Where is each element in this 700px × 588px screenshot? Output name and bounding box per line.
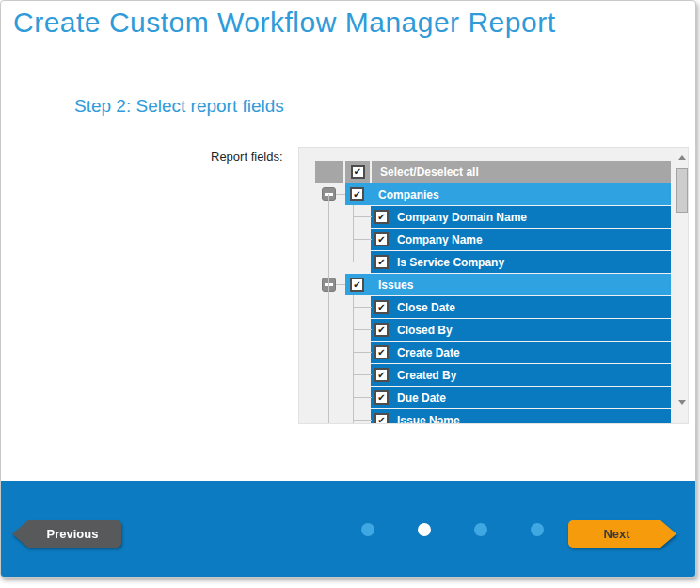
leaf-row-bar[interactable]: ✔Due Date xyxy=(371,387,671,408)
leaf-row-bar[interactable]: ✔Company Name xyxy=(371,229,671,250)
tree-connector-line xyxy=(336,284,345,285)
field-label: Company Domain Name xyxy=(397,211,527,224)
scrollbar[interactable] xyxy=(676,150,689,421)
step-dot[interactable] xyxy=(361,523,374,536)
field-checkbox[interactable]: ✔ xyxy=(374,300,389,314)
field-label: Due Date xyxy=(397,391,446,405)
scrollbar-up-icon[interactable] xyxy=(678,155,686,160)
field-checkbox[interactable]: ✔ xyxy=(374,345,389,359)
previous-button[interactable]: Previous xyxy=(12,520,121,548)
select-all-label: Select/Deselect all xyxy=(380,166,479,179)
field-label: Closed By xyxy=(397,324,453,337)
leaf-row-bar[interactable]: ✔Is Service Company xyxy=(371,251,671,273)
tree-connector-line xyxy=(353,239,372,240)
field-label: Company Name xyxy=(397,233,483,246)
report-fields-tree: ✔Select/Deselect all✔Companies✔Company D… xyxy=(298,147,689,424)
group-checkbox[interactable]: ✔ xyxy=(350,278,364,292)
next-button-wrap: Next xyxy=(568,520,676,548)
tree-connector-line xyxy=(353,352,372,353)
field-checkbox[interactable]: ✔ xyxy=(374,368,389,382)
field-label: Issue Name xyxy=(397,414,460,425)
previous-button-wrap: Previous xyxy=(12,520,121,548)
leaf-row-bar[interactable]: ✔Issue Name xyxy=(371,409,671,424)
step-dot[interactable] xyxy=(418,523,431,536)
previous-button-label: Previous xyxy=(47,527,99,541)
step-dot[interactable] xyxy=(474,523,487,536)
group-row-bar[interactable]: ✔Companies xyxy=(345,183,671,205)
tree-header-row: ✔Select/Deselect all xyxy=(299,161,671,183)
field-checkbox[interactable]: ✔ xyxy=(374,210,389,224)
tree-connector-line xyxy=(353,374,372,375)
field-label: Close Date xyxy=(397,301,455,314)
field-label: Created By xyxy=(397,369,456,382)
step-heading: Step 2: Select report fields xyxy=(74,96,284,117)
next-button[interactable]: Next xyxy=(568,520,676,548)
leaf-row-bar[interactable]: ✔Company Domain Name xyxy=(371,206,671,228)
wizard-dialog: Create Custom Workflow Manager Report St… xyxy=(0,0,696,578)
tree-connector-line xyxy=(353,397,372,398)
field-checkbox[interactable]: ✔ xyxy=(374,255,389,269)
page-title: Create Custom Workflow Manager Report xyxy=(13,7,556,39)
tree-group-row[interactable]: ✔Companies xyxy=(299,183,671,205)
tree-connector-line xyxy=(353,205,354,262)
tree-connector-line xyxy=(328,194,329,424)
field-label: Is Service Company xyxy=(397,256,504,269)
scrollbar-down-icon[interactable] xyxy=(678,400,686,405)
tree-connector-line xyxy=(353,295,354,424)
tree-connector-line xyxy=(353,420,372,421)
field-checkbox[interactable]: ✔ xyxy=(374,232,389,246)
tree-leaf-row[interactable]: ✔Issue Name xyxy=(299,409,671,424)
group-label: Issues xyxy=(378,278,413,292)
leaf-row-bar[interactable]: ✔Closed By xyxy=(371,319,671,341)
group-row-bar[interactable]: ✔Issues xyxy=(345,274,671,295)
tree-rows: ✔Select/Deselect all✔Companies✔Company D… xyxy=(299,161,671,423)
leaf-row-bar[interactable]: ✔Create Date xyxy=(371,342,671,363)
leaf-row-bar[interactable]: ✔Close Date xyxy=(371,296,671,318)
step-dot[interactable] xyxy=(531,523,544,536)
field-label: Create Date xyxy=(397,346,460,359)
step-indicator xyxy=(361,523,544,536)
field-checkbox[interactable]: ✔ xyxy=(374,323,389,337)
scrollbar-thumb[interactable] xyxy=(676,168,688,213)
tree-header-label-cell[interactable]: Select/Deselect all xyxy=(372,161,671,183)
field-checkbox[interactable]: ✔ xyxy=(374,390,389,405)
tree-header-checkbox-cell: ✔ xyxy=(345,161,370,183)
report-fields-label: Report fields: xyxy=(211,150,283,164)
field-checkbox[interactable]: ✔ xyxy=(374,413,389,424)
tree-connector-line xyxy=(353,307,372,308)
tree-connector-line xyxy=(353,262,372,262)
group-checkbox[interactable]: ✔ xyxy=(350,187,364,201)
group-label: Companies xyxy=(378,188,439,201)
tree-group-row[interactable]: ✔Issues xyxy=(299,274,671,295)
tree-connector-line xyxy=(353,216,372,217)
tree-connector-line xyxy=(353,329,372,330)
leaf-row-bar[interactable]: ✔Created By xyxy=(371,364,671,386)
tree-header-gutter xyxy=(315,161,343,183)
wizard-footer: Previous Next xyxy=(1,481,695,577)
next-button-label: Next xyxy=(603,527,629,541)
select-all-checkbox[interactable]: ✔ xyxy=(351,165,365,179)
tree-connector-line xyxy=(336,194,345,195)
